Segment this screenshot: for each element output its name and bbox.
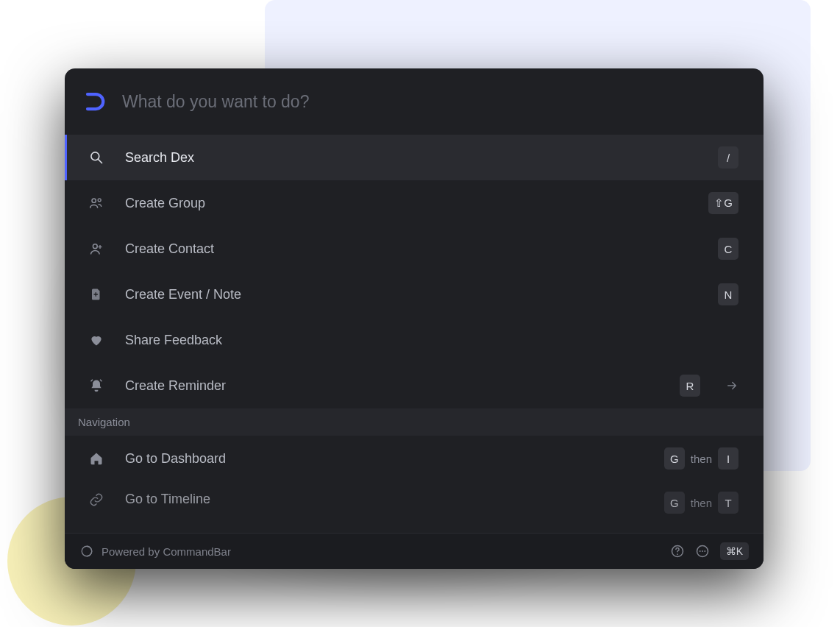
svg-point-11 [677, 553, 678, 555]
command-create-event-note[interactable]: Create Event / Note N [65, 272, 764, 317]
kbd-then: then [691, 453, 712, 465]
command-create-reminder[interactable]: Create Reminder R [65, 363, 764, 408]
bell-icon [88, 378, 104, 394]
search-icon [88, 149, 104, 166]
help-icon[interactable] [670, 544, 685, 559]
section-label: Navigation [78, 416, 130, 428]
command-create-contact[interactable]: Create Contact C [65, 226, 764, 272]
command-list: Search Dex / Create Group ⇧G Create Cont… [65, 135, 764, 533]
command-label: Search Dex [125, 150, 697, 166]
footer-left: Powered by CommandBar [79, 544, 663, 559]
nav-go-to-dashboard[interactable]: Go to Dashboard G then I [65, 436, 764, 481]
kbd-key: R [680, 375, 700, 397]
command-shortcut: / [718, 146, 738, 169]
kbd-then: then [691, 497, 712, 509]
command-shortcut: ⇧G [708, 192, 738, 214]
svg-point-13 [699, 550, 700, 552]
svg-line-8 [100, 380, 102, 382]
search-input[interactable] [122, 92, 738, 112]
nav-go-to-timeline[interactable]: Go to Timeline G then T [65, 481, 764, 515]
footer-shortcut: ⌘K [720, 542, 749, 560]
command-create-group[interactable]: Create Group ⇧G [65, 180, 764, 226]
command-palette: Search Dex / Create Group ⇧G Create Cont… [65, 68, 764, 569]
person-icon [88, 241, 104, 257]
nav-shortcut: G then I [664, 447, 738, 470]
command-label: Create Group [125, 196, 688, 211]
kbd-key: ⇧G [708, 192, 738, 214]
command-label: Create Contact [125, 241, 697, 257]
kbd-key: / [718, 146, 738, 169]
kbd-key: N [718, 283, 738, 305]
command-search-dex[interactable]: Search Dex / [65, 135, 764, 180]
kbd-key: T [718, 492, 738, 514]
command-label: Share Feedback [125, 333, 738, 348]
command-shortcut: N [718, 283, 738, 305]
command-share-feedback[interactable]: Share Feedback [65, 317, 764, 363]
svg-point-2 [92, 199, 96, 202]
nav-label: Go to Dashboard [125, 451, 644, 467]
svg-point-15 [704, 550, 705, 552]
svg-point-3 [98, 199, 101, 202]
section-navigation: Navigation [65, 408, 764, 436]
command-label: Create Event / Note [125, 287, 697, 302]
chat-icon[interactable] [695, 544, 710, 559]
commandbar-logo-icon [79, 544, 94, 559]
file-icon [88, 286, 104, 302]
heart-icon [88, 332, 104, 348]
command-shortcut: C [718, 238, 738, 260]
svg-point-4 [93, 244, 97, 249]
command-label: Create Reminder [125, 378, 659, 394]
powered-by-label: Powered by CommandBar [102, 545, 231, 558]
kbd-key: G [664, 492, 685, 514]
svg-line-7 [91, 380, 93, 382]
palette-header [65, 68, 764, 135]
palette-footer: Powered by CommandBar ⌘K [65, 533, 764, 569]
nav-shortcut: G then T [664, 492, 738, 514]
link-icon [88, 492, 104, 508]
kbd-key: C [718, 238, 738, 260]
arrow-right-icon [725, 379, 738, 392]
group-icon [88, 195, 104, 211]
home-icon [88, 450, 104, 467]
nav-label: Go to Timeline [125, 492, 644, 507]
app-logo-icon [84, 91, 106, 113]
kbd-key: I [718, 447, 738, 470]
svg-point-14 [702, 550, 703, 552]
command-shortcut: R [680, 375, 700, 397]
footer-right: ⌘K [670, 542, 749, 560]
svg-line-1 [99, 160, 102, 163]
kbd-key: G [664, 447, 685, 470]
